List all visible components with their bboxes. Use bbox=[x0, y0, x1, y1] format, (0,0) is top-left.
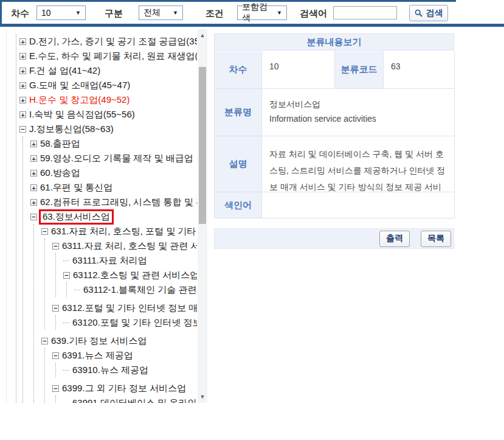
collapse-icon[interactable]: − bbox=[41, 228, 48, 235]
toolbar-top-border bbox=[0, 0, 456, 2]
tree-item-label[interactable]: 6312.포털 및 기타 인터넷 정보 매개 서비스업 bbox=[61, 302, 197, 314]
print-button[interactable]: 출력 bbox=[379, 231, 410, 247]
tree-item[interactable]: 63111.자료 처리업 bbox=[63, 253, 197, 268]
tree-branch: 63120.포털 및 기타 인터넷 정보 매개 서비스 bbox=[55, 315, 197, 330]
expand-icon[interactable]: + bbox=[19, 53, 26, 60]
tree-item-label[interactable]: J.정보통신업(58~63) bbox=[29, 124, 114, 135]
tree-item-label[interactable]: 6311.자료 처리, 호스팅 및 관련 서비스업 bbox=[61, 240, 197, 252]
tree-item[interactable]: +59.영상.오디오 기록물 제작 및 배급업 bbox=[30, 151, 197, 166]
leaf-connector bbox=[63, 323, 69, 323]
tree-item[interactable]: +I.숙박 및 음식점업(55~56) bbox=[19, 107, 197, 122]
expand-icon[interactable]: + bbox=[30, 199, 37, 206]
tree-item[interactable]: +G.도매 및 소매업(45~47) bbox=[19, 78, 197, 93]
tree-item-label[interactable]: 639.기타 정보 서비스업 bbox=[50, 335, 148, 347]
tree-branch: 63111.자료 처리업−63112.호스팅 및 관련 서비스업63112-1.… bbox=[55, 253, 197, 297]
tree-item[interactable]: −63112.호스팅 및 관련 서비스업 bbox=[63, 268, 197, 282]
expand-icon[interactable]: + bbox=[19, 97, 26, 103]
scroll-up-icon[interactable]: ▲ bbox=[198, 30, 207, 40]
tree-item-label[interactable]: H.운수 및 창고업(49~52) bbox=[29, 94, 130, 106]
expand-icon[interactable]: + bbox=[19, 111, 26, 118]
tree-item[interactable]: +H.운수 및 창고업(49~52) bbox=[19, 93, 197, 107]
division-select[interactable]: 전체 ▼ bbox=[139, 5, 183, 20]
tree-item-label[interactable]: G.도매 및 소매업(45~47) bbox=[29, 80, 131, 91]
expand-icon[interactable]: + bbox=[19, 82, 26, 89]
tree-item[interactable]: 63120.포털 및 기타 인터넷 정보 매개 서비스 bbox=[63, 315, 197, 330]
leaf-connector bbox=[74, 290, 80, 290]
expand-icon[interactable]: + bbox=[30, 141, 37, 147]
tree-item[interactable]: −6399.그 외 기타 정보 서비스업 bbox=[52, 381, 197, 396]
tree-item[interactable]: −6311.자료 처리, 호스팅 및 관련 서비스업 bbox=[52, 239, 197, 253]
tree-item[interactable]: −63.정보서비스업 bbox=[30, 209, 197, 224]
tree-item-label[interactable]: 631.자료 처리, 호스팅, 포털 및 기타 인터넷 정보 bbox=[50, 226, 197, 237]
tree-item[interactable]: 63910.뉴스 제공업 bbox=[63, 363, 197, 377]
index-term-header-cell: 색인어 bbox=[215, 192, 262, 218]
description-header-cell: 설명 bbox=[215, 136, 262, 192]
tree-item-label[interactable]: 6399.그 외 기타 정보 서비스업 bbox=[61, 383, 187, 394]
tree-item-label[interactable]: 61.우편 및 통신업 bbox=[40, 182, 113, 194]
tree-item-label[interactable]: 63112.호스팅 및 관련 서비스업 bbox=[72, 270, 197, 281]
action-bar: 출력 목록 bbox=[214, 228, 454, 249]
tree-item-label[interactable]: I.숙박 및 음식점업(55~56) bbox=[29, 109, 136, 120]
tree-item[interactable]: −6312.포털 및 기타 인터넷 정보 매개 서비스업 bbox=[52, 301, 197, 315]
tree-item-label[interactable]: D.전기, 가스, 증기 및 공기 조절 공급업(35) bbox=[29, 36, 197, 47]
expand-icon[interactable]: + bbox=[19, 68, 26, 74]
tree-item-label[interactable]: 63991.데이터베이스 및 온라인 정보 제공업 bbox=[72, 397, 197, 403]
tree-item[interactable]: 63112-1.블록체인 기술 관련 호스팅 서비 bbox=[74, 282, 197, 297]
tree-item-label[interactable]: 63910.뉴스 제공업 bbox=[72, 365, 149, 376]
collapse-icon[interactable]: − bbox=[30, 214, 37, 220]
tree-item-label[interactable]: 60.방송업 bbox=[40, 167, 81, 179]
leaf-connector bbox=[63, 403, 69, 403]
scroll-down-icon[interactable]: ▼ bbox=[198, 392, 207, 402]
collapse-icon[interactable]: − bbox=[52, 352, 59, 359]
tree-item[interactable]: −631.자료 처리, 호스팅, 포털 및 기타 인터넷 정보 bbox=[41, 224, 197, 239]
tree-item-label[interactable]: 59.영상.오디오 기록물 제작 및 배급업 bbox=[40, 153, 194, 164]
tree-item-label[interactable]: E.수도, 하수 및 폐기물 처리, 원료 재생업(36~39) bbox=[29, 51, 197, 62]
collapse-icon[interactable]: − bbox=[41, 338, 48, 344]
division-select-value: 전체 bbox=[143, 7, 161, 18]
tree-item-label[interactable]: 58.출판업 bbox=[40, 138, 81, 150]
list-button[interactable]: 목록 bbox=[421, 231, 451, 247]
search-input[interactable] bbox=[333, 6, 397, 19]
degree-select-value: 10 bbox=[41, 8, 51, 18]
tree-item[interactable]: −J.정보통신업(58~63) bbox=[19, 122, 197, 136]
tree-branch: −6311.자료 처리, 호스팅 및 관련 서비스업63111.자료 처리업−6… bbox=[44, 239, 197, 330]
tree-item[interactable]: +58.출판업 bbox=[30, 136, 197, 151]
collapse-icon[interactable]: − bbox=[52, 243, 59, 250]
tree-item[interactable]: 63991.데이터베이스 및 온라인 정보 제공업 bbox=[63, 396, 197, 403]
tree-item-label[interactable]: F.건 설 업(41~42) bbox=[29, 65, 101, 77]
tree-item-label[interactable]: 63111.자료 처리업 bbox=[72, 255, 148, 267]
tree-branch: 63991.데이터베이스 및 온라인 정보 제공업 bbox=[55, 396, 197, 403]
expand-icon[interactable]: + bbox=[19, 38, 26, 45]
tree-scrollbar[interactable]: ▲ ▼ bbox=[198, 29, 207, 403]
tree-item[interactable]: +D.전기, 가스, 증기 및 공기 조절 공급업(35) bbox=[19, 34, 197, 49]
expand-icon[interactable]: + bbox=[30, 170, 37, 176]
tree-item-label[interactable]: 63112-1.블록체인 기술 관련 호스팅 서비 bbox=[83, 284, 197, 296]
condition-select[interactable]: 포함검색 ▼ bbox=[237, 5, 287, 20]
tree-item[interactable]: +E.수도, 하수 및 폐기물 처리, 원료 재생업(36~39) bbox=[19, 49, 197, 63]
collapse-icon[interactable]: − bbox=[52, 305, 59, 312]
tree-item-label[interactable]: 62.컴퓨터 프로그래밍, 시스템 통합 및 관리업 bbox=[40, 197, 197, 208]
tree-item[interactable]: −6391.뉴스 제공업 bbox=[52, 348, 197, 363]
classification-browser-page: 차수 10 ▼ 구분 전체 ▼ 조건 포함검색 ▼ 검색어 검색 +D.전기, … bbox=[0, 0, 504, 440]
tree-item[interactable]: +F.건 설 업(41~42) bbox=[19, 63, 197, 78]
tree-item[interactable]: +61.우편 및 통신업 bbox=[30, 180, 197, 195]
expand-icon[interactable]: + bbox=[30, 184, 37, 191]
collapse-icon[interactable]: − bbox=[19, 126, 26, 133]
tree-item-label[interactable]: 6391.뉴스 제공업 bbox=[61, 350, 134, 361]
index-term-value-cell bbox=[262, 192, 455, 218]
expand-icon[interactable]: + bbox=[30, 155, 37, 162]
tree-item[interactable]: −639.기타 정보 서비스업 bbox=[41, 333, 197, 348]
scrollbar-thumb[interactable] bbox=[199, 67, 206, 224]
classification-tree-panel: +D.전기, 가스, 증기 및 공기 조절 공급업(35)+E.수도, 하수 및… bbox=[6, 29, 207, 403]
tree-item-label[interactable]: 63120.포털 및 기타 인터넷 정보 매개 서비스 bbox=[72, 317, 197, 329]
collapse-icon[interactable]: − bbox=[52, 385, 59, 392]
collapse-icon[interactable]: − bbox=[63, 272, 70, 279]
tree-item[interactable]: +62.컴퓨터 프로그래밍, 시스템 통합 및 관리업 bbox=[30, 195, 197, 209]
chevron-down-icon: ▼ bbox=[75, 10, 81, 16]
degree-select[interactable]: 10 ▼ bbox=[36, 5, 86, 20]
tree-item[interactable]: +60.방송업 bbox=[30, 166, 197, 180]
keyword-label: 검색어 bbox=[300, 8, 327, 19]
toolbar-left-border bbox=[0, 0, 2, 27]
search-button[interactable]: 검색 bbox=[409, 5, 448, 21]
tree-item-label-selected[interactable]: 63.정보서비스업 bbox=[39, 209, 114, 225]
